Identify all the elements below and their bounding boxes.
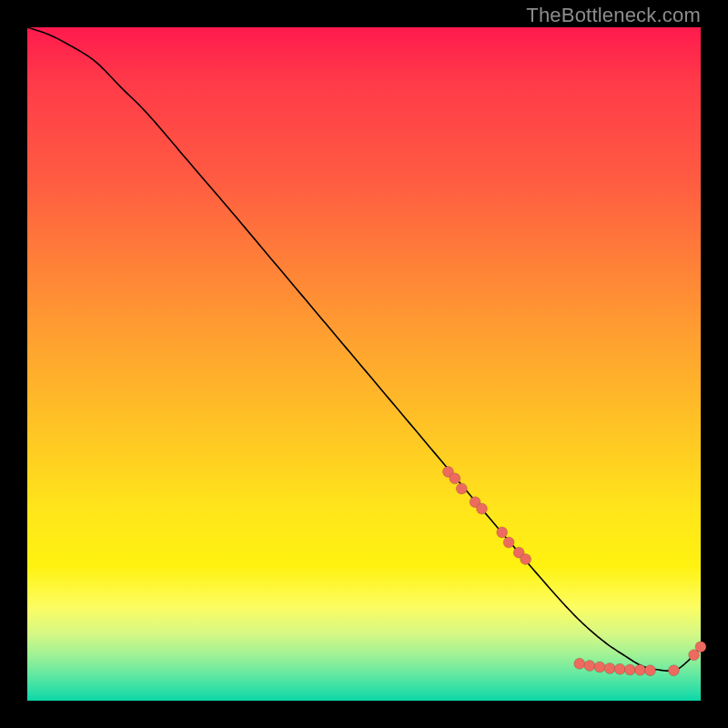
data-point-marker (574, 658, 585, 669)
bottleneck-curve (27, 27, 701, 671)
chart-overlay (27, 27, 701, 701)
watermark-text: TheBottleneck.com (526, 4, 701, 27)
data-point-marker (594, 662, 605, 672)
data-point-marker (645, 665, 656, 676)
plot-area (27, 27, 701, 701)
data-point-marker (503, 537, 514, 548)
data-point-marker (497, 527, 508, 538)
data-point-marker (604, 662, 615, 673)
data-point-marker (584, 661, 595, 672)
markers-group (443, 466, 707, 675)
data-point-marker (521, 554, 531, 565)
chart-frame: TheBottleneck.com (0, 0, 728, 728)
data-point-marker (624, 664, 635, 675)
data-point-marker (456, 483, 467, 494)
data-point-marker (695, 642, 706, 652)
data-point-marker (634, 664, 645, 675)
data-point-marker (614, 663, 625, 674)
data-point-marker (668, 665, 679, 676)
data-point-marker (477, 503, 488, 514)
data-point-marker (450, 473, 460, 484)
